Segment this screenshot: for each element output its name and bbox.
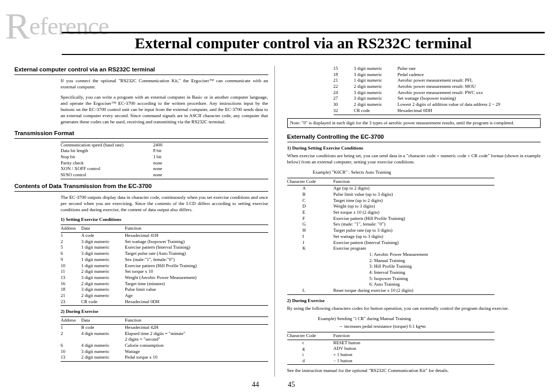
table-row: DWeight (up to 3 digits) [287, 203, 495, 210]
table-row: 1B codeHexadecimal 42H [61, 325, 268, 331]
ext-control-para: When exercise conditions are being set, … [287, 153, 541, 165]
table-row: Communication speed (baud rate)2400 [61, 142, 268, 148]
table-row: AAge (up to 2 digits) [287, 185, 495, 192]
table-row: 4: Interval Training [287, 270, 495, 276]
table-row: 302 digit numericLowest 2 digits of addi… [334, 102, 541, 108]
table-row: rRESET button [287, 340, 495, 346]
table-header: Function [334, 178, 495, 185]
table-header: Address [61, 317, 81, 325]
during-ex-para: By using the following characters codes … [287, 306, 541, 312]
table-row: i+ 1 button [287, 352, 495, 358]
table-row: Data bit length8 bit [61, 148, 268, 154]
table-header: Character Code [287, 178, 334, 185]
table-row: 1A codeHexadecimal 41H [61, 233, 268, 239]
table-header: Address [61, 225, 81, 233]
note-box: Note: "0" is displayed in each digit for… [287, 118, 541, 128]
during-exercise-cont-table: 153 digit numericPulse rate183 digit num… [334, 66, 541, 115]
example-text: → increases pedal resistance (torque) 0.… [339, 324, 541, 330]
right-column: 153 digit numericPulse rate183 digit num… [287, 66, 541, 377]
table-row: gADV button [287, 346, 495, 352]
table-row: d− 1 button [287, 358, 495, 365]
table-row: 63 digit numericTarget pulse rate (Auto … [61, 251, 268, 257]
table-row: 24 digit numericElapsed time 2 digits = … [61, 331, 268, 337]
table-row: 2 digits = "second" [61, 337, 268, 343]
table-row: 132 digit numericPedal torque x 10 [61, 354, 268, 361]
table-row: SI/SO controlnone [61, 172, 268, 179]
table-row: 112 digit numericSet torque x 10 [61, 269, 268, 275]
table-row: 64 digit numericCalorie consumption [61, 343, 268, 349]
during-exercise-table: AddressDataFunction 1B codeHexadecimal 4… [61, 316, 268, 362]
left-column: External computer control via an RS232C … [14, 66, 275, 377]
table-row: 162 digit numericTarget time (minutes) [61, 281, 268, 287]
table-row: 153 digit numericPulse rate [334, 66, 541, 72]
table-row: 183 digit numericPulse limit value [61, 287, 268, 293]
table-row: HTarget pulse rate (up to 3 digits) [287, 228, 495, 234]
table-row: KExercise program [287, 246, 495, 252]
sub-heading: 1) Setting Exercise Conditions [61, 217, 268, 223]
example-text: Example) "K6CR" : Selects Auto Training [313, 170, 541, 176]
table-row: JExercise pattern (Interval Training) [287, 240, 495, 246]
table-header: Function [125, 225, 268, 233]
section-heading: Contents of Data Transmission from the E… [14, 182, 268, 192]
table-row: 1: Aerobic Power Measurement [287, 252, 495, 258]
table-row: FExercise pattern (Hill Profile Training… [287, 216, 495, 222]
table-row: 103 digit numericWattage [61, 349, 268, 355]
table-row: ESet torque x 10 (2 digits) [287, 210, 495, 216]
table-row: 5: Isopower Training [287, 276, 495, 282]
transmission-format-table: Communication speed (baud rate)2400Data … [61, 142, 268, 179]
table-row: 212 digit numericAge [61, 293, 268, 299]
example-text: Example) Sending "i CR" during Manual Tr… [318, 316, 541, 322]
table-header: Data [81, 225, 125, 233]
table-row: LReset torque during exercise x 10 (2 di… [287, 288, 495, 294]
table-row: 101 digit numericExercise pattern (Hill … [61, 263, 268, 269]
table-row: 222 digit numericAerobic power measureme… [334, 84, 541, 90]
page-number-right: 45 [288, 381, 295, 389]
table-row: 3: Hill Profile Training [287, 264, 495, 270]
character-code-table: Character CodeFunction AAge (up to 2 dig… [287, 178, 495, 295]
contents-para: The EC-3700 outputs display data in char… [61, 195, 268, 213]
button-code-table: Character CodeFunction rRESET buttongADV… [287, 332, 495, 365]
table-row: 23CR codeHexadecimal 0DH [61, 299, 268, 306]
table-header: Data [81, 317, 125, 325]
sub-heading: 1) During Setting Exercise Conditions [287, 145, 541, 152]
page-body: External computer control via an RS232C … [14, 66, 541, 377]
table-row: BPulse limit value (up to 3 digits) [287, 192, 495, 198]
table-row: 91 digit numericSex (male:"1", female:"0… [61, 257, 268, 263]
page-number-left: 44 [252, 381, 259, 389]
table-row: Parity checknone [61, 160, 268, 166]
table-row: GSex (male: "1", female: "0") [287, 221, 495, 228]
table-row: 51 digit numericExercise pattern (Interv… [61, 245, 268, 251]
table-row: 23 digit numericSet wattage (Isopower Tr… [61, 239, 268, 245]
intro-para-1: If you connect the optional "RS232C Comm… [61, 78, 268, 90]
table-row: 211 digit numericAerobic power measureme… [334, 78, 541, 84]
section-heading: Externally Controlling the EC-3700 [287, 133, 541, 142]
table-header: Function [334, 332, 495, 340]
sub-heading: 2) During Exercise [61, 309, 268, 315]
section-heading: Transmission Format [14, 129, 268, 139]
page-title: External computer control via an RS232C … [62, 32, 545, 55]
setting-conditions-table: AddressDataFunction 1A codeHexadecimal 4… [61, 225, 268, 306]
table-row: 2: Manual Training [287, 258, 495, 264]
table-row: 273 digit numericSet wattage (Isopower t… [334, 96, 541, 102]
table-row: 6: Auto Training [287, 282, 495, 288]
sub-heading: 2) During Exercise [287, 298, 541, 304]
section-heading: External computer control via an RS232C … [14, 66, 268, 75]
table-row: 183 digit numericPedal cadence [334, 72, 541, 78]
footer-para: See the instruction manual for the optio… [287, 368, 541, 374]
table-row: Stop bit1 bit [61, 154, 268, 160]
table-row: 133 digit numericWeight (Aerobic Power M… [61, 275, 268, 281]
table-row: CTarget time (up to 2 digits) [287, 198, 495, 204]
table-header: Function [125, 317, 268, 325]
table-header: Character Code [287, 332, 334, 340]
table-row: 243 digit numericAerobic power measureme… [334, 90, 541, 96]
table-row: ISet wattage (up to 3 digits) [287, 234, 495, 240]
intro-para-2: Specifically, you can write a program wi… [61, 95, 268, 125]
table-row: XON / XOFF controlnone [61, 166, 268, 172]
table-row: 32CR codeHexadecimal 0DH [334, 108, 541, 115]
